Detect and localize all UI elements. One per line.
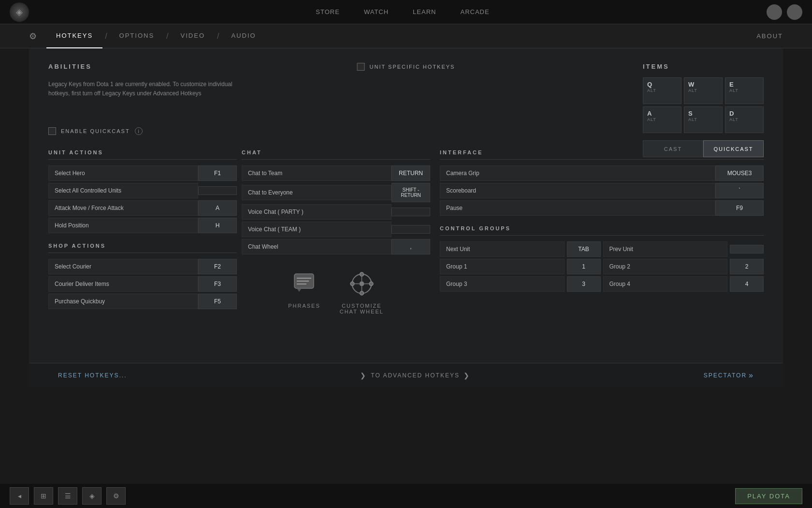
group2-value[interactable]: 2 [730,259,764,274]
camera-grip-label: Camera Grip [440,165,715,181]
group4-value[interactable]: 4 [730,276,764,292]
item-key-sub-e: ALT [729,88,739,93]
select-courier-value[interactable]: F2 [198,259,237,274]
items-header: ITEMS [643,63,764,70]
cast-button[interactable]: CAST [643,140,703,157]
svg-rect-3 [297,284,306,284]
chat-team-label: Chat to Team [242,165,392,181]
hotkey-voice-party: Voice Chat ( PARTY ) [242,204,430,220]
taskbar-btn-4[interactable]: ◈ [82,487,102,505]
chat-wheel-customize-label: CUSTOMIZE CHAT WHEEL [340,303,384,314]
purchase-quickbuy-value[interactable]: F5 [198,294,237,309]
top-nav: STORE WATCH LEARN ARCADE [39,6,767,18]
hotkey-select-all: Select All Controlled Units [48,183,237,198]
advanced-hotkeys-button[interactable]: ❯ TO ADVANCED HOTKEYS ❯ [360,372,470,379]
svg-marker-4 [297,288,302,292]
purchase-quickbuy-label: Purchase Quickbuy [48,294,198,309]
hotkey-courier-deliver: Courier Deliver Items F3 [48,276,237,292]
chat-team-value[interactable]: RETURN [392,165,430,181]
chat-wheel-customize-item[interactable]: CUSTOMIZE CHAT WHEEL [340,269,384,314]
top-nav-right [767,4,802,20]
attack-move-value[interactable]: A [198,200,237,216]
avatar[interactable] [767,4,782,20]
items-section: ITEMS Q ALT W ALT E ALT A ALT S ALT [643,63,764,157]
voice-team-value[interactable] [392,225,430,234]
next-unit-value[interactable]: TAB [567,241,601,257]
prev-unit-value[interactable] [730,245,764,254]
tab-audio[interactable]: AUDIO [221,24,265,48]
divider-3: / [217,32,219,41]
select-courier-label: Select Courier [48,259,198,274]
voice-party-value[interactable] [392,208,430,216]
spectator-label: SPECTATOR [704,372,747,379]
top-bar: ◈ STORE WATCH LEARN ARCADE [0,0,812,24]
spectator-button[interactable]: SPECTATOR » [704,371,754,380]
hold-position-value[interactable]: H [198,218,237,233]
shop-actions-title: SHOP ACTIONS [48,243,237,253]
settings-bar: ⚙ HOTKEYS / OPTIONS / VIDEO / AUDIO ABOU… [0,24,812,48]
chevron-left-icon: ❯ [360,372,367,379]
tab-options[interactable]: OPTIONS [110,24,164,48]
select-hero-value[interactable]: F1 [198,165,237,181]
info-icon[interactable]: i [135,127,143,135]
control-groups-title: CONTROL GROUPS [440,225,764,236]
voice-party-label: Voice Chat ( PARTY ) [242,204,392,220]
nav-store[interactable]: STORE [313,6,342,18]
select-hero-label: Select Hero [48,165,198,181]
hotkey-purchase-quickbuy: Purchase Quickbuy F5 [48,294,237,309]
phrases-icon [292,271,316,296]
taskbar-btn-2[interactable]: ⊞ [34,487,53,505]
about-link[interactable]: ABOUT [756,32,783,40]
phrases-item[interactable]: PHRASES [288,269,320,314]
tab-hotkeys[interactable]: HOTKEYS [46,24,102,48]
main-content: ABILITIES UNIT SPECIFIC HOTKEYS ITEMS Q … [29,48,783,387]
unit-specific-label: UNIT SPECIFIC HOTKEYS [370,64,455,70]
settings-gear-icon: ⚙ [29,31,37,42]
tab-video[interactable]: VIDEO [171,24,215,48]
quickcast-checkbox[interactable] [48,127,56,135]
taskbar-btn-5[interactable]: ⚙ [106,487,126,505]
cast-row: CAST QUICKCAST [643,140,764,157]
taskbar-btn-1[interactable]: ◂ [10,487,29,505]
nav-learn[interactable]: LEARN [410,6,438,18]
group1-value[interactable]: 1 [567,259,601,274]
reset-hotkeys-button[interactable]: RESET HOTKEYS... [58,372,127,379]
item-key-q[interactable]: Q ALT [643,77,682,104]
chat-everyone-value[interactable]: SHIFT - RETURN [392,183,430,202]
scoreboard-value[interactable]: ` [715,183,764,198]
item-key-w[interactable]: W ALT [684,77,723,104]
select-all-label: Select All Controlled Units [48,183,198,198]
taskbar-btn-3[interactable]: ☰ [58,487,77,505]
item-key-e[interactable]: E ALT [725,77,764,104]
hotkey-select-courier: Select Courier F2 [48,259,237,274]
svg-point-6 [359,281,364,286]
interface-section: INTERFACE Camera Grip MOUSE3 Scoreboard … [440,149,764,314]
item-key-main-d: D [729,110,734,117]
cg-row-3-4: Group 3 3 Group 4 4 [440,276,764,292]
select-all-value[interactable] [198,186,237,195]
unit-specific-checkbox[interactable] [357,63,365,71]
chat-section: CHAT Chat to Team RETURN Chat to Everyon… [242,149,430,314]
group3-value[interactable]: 3 [567,276,601,292]
courier-deliver-value[interactable]: F3 [198,276,237,292]
avatar-2[interactable] [787,4,802,20]
item-key-main-q: Q [647,81,652,88]
chat-wheel-icon [348,270,375,297]
logo[interactable]: ◈ [10,2,29,22]
svg-rect-1 [297,278,311,279]
quickcast-button[interactable]: QUICKCAST [703,140,764,157]
item-key-d[interactable]: D ALT [725,106,764,133]
svg-point-9 [350,282,354,285]
item-key-s[interactable]: S ALT [684,106,723,133]
item-key-sub-a: ALT [647,117,656,122]
camera-grip-value[interactable]: MOUSE3 [715,165,764,181]
item-key-a[interactable]: A ALT [643,106,682,133]
chat-wheel-value[interactable]: , [392,239,430,254]
pause-value[interactable]: F9 [715,200,764,216]
phrases-label: PHRASES [288,303,320,309]
play-dota-button[interactable]: PLAY DOTA [735,488,802,504]
nav-watch[interactable]: WATCH [362,6,391,18]
nav-arcade[interactable]: ARCADE [458,6,492,18]
item-key-sub-d: ALT [729,117,739,122]
chat-icons-row: PHRASES [242,269,430,314]
